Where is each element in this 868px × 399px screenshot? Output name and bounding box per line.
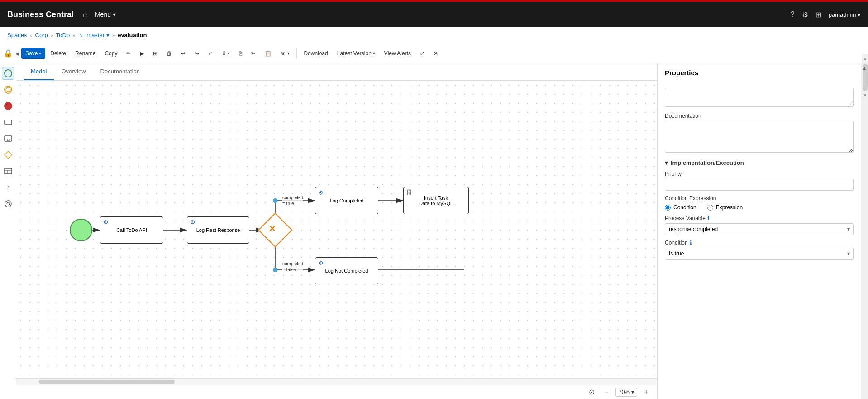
sep4: »: [112, 33, 115, 38]
tab-model[interactable]: Model: [24, 63, 54, 80]
svg-point-3: [5, 102, 12, 110]
lock-icon[interactable]: 🔒: [4, 49, 13, 58]
toolbar-separator: [296, 48, 297, 59]
svg-point-24: [273, 268, 277, 272]
canvas-bottom-bar: ⊙ − 70% ▾ +: [16, 385, 657, 399]
expand-button[interactable]: ⤢: [416, 48, 429, 59]
service-task-icon-3: ⚙: [190, 219, 196, 226]
breadcrumb-current: evaluation: [118, 32, 147, 38]
copy-page-button[interactable]: ⎘: [235, 48, 246, 59]
properties-panel: Properties Documentation ▾ Implementatio…: [657, 63, 861, 399]
svg-rect-8: [5, 168, 12, 174]
zoom-display[interactable]: 70% ▾: [615, 388, 637, 397]
process-variable-info-icon[interactable]: ℹ: [707, 215, 710, 221]
condition-radio-option[interactable]: Condition: [665, 204, 696, 211]
properties-content: Documentation ▾ Implementation/Execution…: [658, 82, 861, 399]
text-annotation-icon[interactable]: T: [2, 181, 14, 194]
trash-button[interactable]: 🗑: [162, 48, 176, 59]
log-not-completed-node[interactable]: ⚙ Log Not Completed: [315, 257, 378, 284]
tab-documentation[interactable]: Documentation: [93, 63, 147, 80]
process-variable-label-text: Process Variable: [665, 215, 706, 221]
close-button[interactable]: ✕: [429, 48, 442, 59]
svg-rect-6: [7, 139, 9, 141]
top-navigation: Business Central ⌂ Menu ▾ ? ⚙ ⊞ pamadmin…: [0, 2, 868, 27]
view-icon: 👁: [281, 50, 286, 57]
breadcrumb: Spaces » Corp » ToDo » ⌥ master ▾ » eval…: [0, 27, 868, 43]
table-icon[interactable]: [2, 165, 14, 178]
save-button[interactable]: Save ▾: [21, 48, 45, 59]
log-completed-label: Log Completed: [330, 198, 364, 203]
zoom-in-button[interactable]: +: [641, 387, 652, 398]
grid-view-button[interactable]: ⊞: [149, 48, 162, 59]
home-icon[interactable]: ⌂: [83, 10, 88, 19]
rename-button[interactable]: Rename: [71, 48, 100, 59]
branch-button[interactable]: ⌥ master ▾: [78, 32, 110, 38]
redo-button[interactable]: ↪: [191, 48, 203, 59]
breadcrumb-spaces[interactable]: Spaces: [7, 32, 27, 38]
condition-expression-label: Condition Expression: [665, 195, 854, 202]
version-button[interactable]: Latest Version ▾: [333, 48, 379, 59]
view-alerts-button[interactable]: View Alerts: [380, 48, 415, 59]
tab-overview[interactable]: Overview: [54, 63, 93, 80]
save-label: Save: [25, 50, 38, 57]
priority-input[interactable]: [665, 179, 854, 191]
view-button[interactable]: 👁 ▾: [277, 48, 294, 59]
log-completed-node[interactable]: ⚙ Log Completed: [315, 187, 378, 214]
settings-icon[interactable]: ⚙: [802, 10, 808, 19]
download-arrow-button[interactable]: ⬇ ▾: [218, 48, 234, 59]
download-button[interactable]: Download: [300, 48, 332, 59]
paste-button[interactable]: 📋: [261, 48, 276, 59]
apps-icon[interactable]: ⊞: [816, 10, 821, 19]
breadcrumb-todo[interactable]: ToDo: [56, 32, 70, 38]
condition-info-icon[interactable]: ℹ: [690, 240, 692, 246]
gateway-icon[interactable]: [2, 149, 14, 161]
properties-top-textarea[interactable]: [665, 88, 854, 107]
menu-button[interactable]: Menu ▾: [95, 11, 116, 18]
task-icon[interactable]: [2, 116, 14, 129]
impl-section-header[interactable]: ▾ Implementation/Execution: [665, 159, 854, 166]
intermediate-event-icon[interactable]: [2, 83, 14, 96]
end-event-icon[interactable]: [2, 100, 14, 112]
toolbar: 🔒 ◂ Save ▾ Delete Rename Copy ✏ ▶ ⊞ 🗑 ↩ …: [0, 43, 868, 63]
right-panel-toggle[interactable]: ◂: [862, 67, 868, 70]
process-variable-select[interactable]: response.completed: [665, 223, 854, 235]
copy-button[interactable]: Copy: [100, 48, 121, 59]
user-menu-button[interactable]: pamadmin ▾: [829, 11, 861, 18]
zoom-reset-button[interactable]: ⊙: [587, 387, 597, 398]
check-button[interactable]: ✓: [204, 48, 217, 59]
condition-label: Condition ℹ: [665, 240, 854, 246]
expression-radio-label: Expression: [716, 204, 743, 211]
help-icon[interactable]: ?: [791, 10, 795, 19]
play-button[interactable]: ▶: [136, 48, 148, 59]
pen-button[interactable]: ✏: [122, 48, 135, 59]
sep2: »: [51, 33, 53, 38]
documentation-textarea[interactable]: [665, 121, 854, 153]
expression-radio[interactable]: [707, 205, 713, 211]
brand-title: Business Central: [7, 10, 74, 19]
condition-radio[interactable]: [665, 205, 671, 211]
view-arrow-icon: ▾: [287, 51, 290, 56]
log-not-completed-label: Log Not Completed: [325, 268, 368, 274]
start-event-icon[interactable]: [2, 67, 14, 80]
undo-button[interactable]: ↩: [177, 48, 190, 59]
subprocess-icon[interactable]: [2, 132, 14, 145]
call-todo-api-node[interactable]: ⚙ Call ToDo API: [100, 216, 163, 244]
gateway-node[interactable]: [258, 213, 292, 247]
service-task-icon[interactable]: [2, 197, 14, 210]
cut-button[interactable]: ✂: [247, 48, 260, 59]
log-rest-response-node[interactable]: ⚙ Log Rest Response: [187, 216, 249, 244]
canvas[interactable]: ⚙ Call ToDo API ⚙ Log Rest Response ✕ co…: [16, 81, 657, 399]
delete-button[interactable]: Delete: [46, 48, 70, 59]
content-area: Model Overview Documentation: [16, 63, 657, 399]
breadcrumb-corp[interactable]: Corp: [35, 32, 48, 38]
h-scrollbar-thumb[interactable]: [39, 380, 175, 384]
condition-select[interactable]: Is true Is false Is null Is not null: [665, 248, 854, 260]
expression-radio-option[interactable]: Expression: [707, 204, 743, 211]
zoom-out-button[interactable]: −: [601, 387, 612, 398]
insert-task-node[interactable]: 🗄 Insert TaskData to MySQL: [403, 187, 469, 214]
condition-false-label: completed= false: [282, 261, 303, 273]
sep3: »: [72, 33, 75, 38]
canvas-scrollbar-horizontal[interactable]: [16, 378, 657, 385]
collapse-icon[interactable]: ◂: [15, 50, 19, 57]
start-node[interactable]: [70, 219, 92, 241]
